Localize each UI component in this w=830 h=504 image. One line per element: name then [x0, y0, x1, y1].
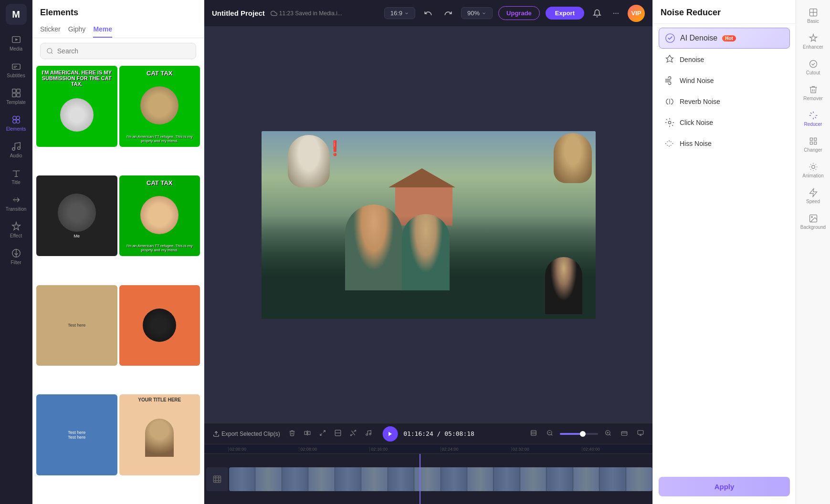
noise-option-click[interactable]: Click Noise — [659, 113, 790, 133]
meme-item[interactable]: I'M AMERICAN, HERE IS MY SUBMISSION FOR … — [36, 66, 117, 147]
film-frames[interactable] — [229, 467, 652, 491]
hiss-noise-label: Hiss Noise — [680, 140, 712, 147]
search-input[interactable] — [57, 47, 190, 55]
mini-sidebar-item-cutout[interactable]: Cutout — [798, 55, 828, 79]
noise-option-denoise[interactable]: Denoise — [659, 50, 790, 70]
tab-bar: Sticker Giphy Meme — [32, 21, 204, 38]
sidebar-item-title[interactable]: Title — [2, 164, 31, 189]
tab-giphy[interactable]: Giphy — [68, 21, 86, 38]
audio-extract-button[interactable] — [362, 428, 375, 440]
svg-point-24 — [355, 430, 356, 431]
play-icon — [387, 431, 393, 437]
frame-cell — [335, 467, 361, 491]
sidebar-item-filter[interactable]: Filter — [2, 244, 31, 269]
sidebar-item-media-label: Media — [10, 46, 22, 51]
meme-grid: I'M AMERICAN, HERE IS MY SUBMISSION FOR … — [32, 64, 204, 504]
film-track-row — [204, 454, 652, 504]
sidebar-item-audio[interactable]: Audio — [2, 137, 31, 162]
tab-meme[interactable]: Meme — [93, 21, 112, 38]
scene-fg-person1 — [345, 205, 402, 290]
mini-sidebar-item-remover[interactable]: Remover — [798, 81, 828, 105]
sidebar-item-elements[interactable]: Elements — [2, 111, 31, 135]
delete-button[interactable] — [286, 428, 298, 440]
mini-sidebar-item-speed[interactable]: Speed — [798, 184, 828, 208]
mini-sidebar-basic-label: Basic — [807, 19, 819, 24]
meme-item[interactable] — [119, 285, 200, 366]
notifications-button[interactable] — [590, 6, 604, 21]
mini-sidebar-item-changer[interactable]: Changer — [798, 133, 828, 156]
frame-cell — [229, 467, 255, 491]
more-button[interactable]: ⋯ — [610, 7, 622, 20]
svg-point-9 — [12, 116, 16, 120]
playback-controls: 01:16:24 / 05:08:18 — [382, 426, 474, 442]
sidebar-item-transition[interactable]: Transition — [2, 191, 31, 216]
frame-cell — [414, 467, 441, 491]
meme-item[interactable]: CAT TAX I'm an American TT refugee. This… — [119, 66, 200, 147]
svg-rect-20 — [305, 432, 307, 435]
svg-point-26 — [366, 434, 368, 436]
play-button[interactable] — [382, 426, 398, 442]
mini-sidebar-item-reducer[interactable]: Reducer — [798, 107, 828, 131]
zoom-in-icon — [605, 430, 611, 436]
meme-item[interactable]: Test hereTest here — [36, 394, 117, 475]
mini-sidebar-item-basic[interactable]: Basic — [798, 4, 828, 28]
exclaim-bubble: ❗ — [326, 140, 344, 156]
redo-button[interactable] — [441, 6, 455, 21]
split-button[interactable] — [301, 428, 314, 440]
meme-item[interactable]: CAT TAX I'm an American TT refugee. This… — [119, 175, 200, 257]
apply-button[interactable]: Apply — [659, 477, 790, 496]
mini-sidebar-background-label: Background — [800, 225, 826, 230]
noise-option-reverb[interactable]: Reverb Noise — [659, 92, 790, 112]
upgrade-button[interactable]: Upgrade — [498, 6, 540, 20]
export-button[interactable]: Export — [546, 7, 584, 20]
mini-sidebar-item-background[interactable]: Background — [798, 210, 828, 234]
aspect-ratio-button[interactable]: 16:9 — [384, 7, 415, 19]
trim-button[interactable] — [347, 428, 359, 440]
noise-option-hiss[interactable]: Hiss Noise — [659, 134, 790, 154]
meme-item[interactable]: YOUR TITLE HERE — [119, 394, 200, 475]
timeline-controls: Export Selected Clip(s) — [204, 423, 652, 444]
mini-sidebar-item-animation[interactable]: Animation — [798, 158, 828, 182]
fullscreen-button[interactable] — [634, 428, 647, 440]
svg-point-23 — [350, 435, 351, 436]
meme-item[interactable]: Me — [36, 175, 117, 257]
expand-button[interactable] — [316, 428, 329, 440]
speed-icon — [809, 188, 818, 197]
sidebar-item-media[interactable]: Media — [2, 31, 31, 55]
zoom-out-button[interactable] — [544, 428, 556, 440]
wind-noise-label: Wind Noise — [680, 77, 714, 84]
svg-line-36 — [609, 434, 611, 436]
clip-button[interactable] — [332, 428, 344, 440]
export-clips-button[interactable]: Export Selected Clip(s) — [210, 429, 283, 439]
svg-point-53 — [811, 216, 812, 218]
sidebar-item-effect[interactable]: Effect — [2, 217, 31, 242]
mini-sidebar-enhancer-label: Enhancer — [803, 44, 823, 50]
svg-point-50 — [809, 61, 817, 68]
changer-icon — [809, 136, 818, 146]
frame-cell — [282, 467, 308, 491]
media-track-icon — [213, 475, 221, 483]
undo-button[interactable] — [421, 6, 435, 21]
zoom-slider[interactable] — [560, 433, 598, 435]
aspect-timeline-button[interactable] — [618, 428, 630, 440]
mini-sidebar-item-enhancer[interactable]: Enhancer — [798, 30, 828, 53]
svg-rect-2 — [12, 64, 20, 69]
fit-timeline-button[interactable] — [527, 428, 540, 440]
sidebar-item-template-label: Template — [6, 100, 26, 105]
audio-icon — [365, 430, 372, 436]
meme-item[interactable]: Test here — [36, 285, 117, 366]
noise-option-ai-denoise[interactable]: AI Denoise Hot — [659, 28, 790, 49]
video-frame: ❗ — [262, 131, 596, 319]
sidebar-item-subtitles-label: Subtitles — [7, 73, 25, 78]
undo-icon — [424, 9, 432, 18]
frame-cell — [626, 467, 652, 491]
sidebar-item-subtitles[interactable]: Subtitles — [2, 57, 31, 82]
noise-option-wind[interactable]: Wind Noise — [659, 71, 790, 91]
zoom-in-button[interactable] — [602, 428, 614, 440]
zoom-button[interactable]: 90% — [461, 7, 493, 19]
click-noise-icon — [664, 117, 675, 128]
ai-denoise-icon — [665, 33, 675, 43]
sidebar-item-elements-label: Elements — [6, 126, 26, 132]
tab-sticker[interactable]: Sticker — [40, 21, 61, 38]
sidebar-item-template[interactable]: Template — [2, 84, 31, 109]
